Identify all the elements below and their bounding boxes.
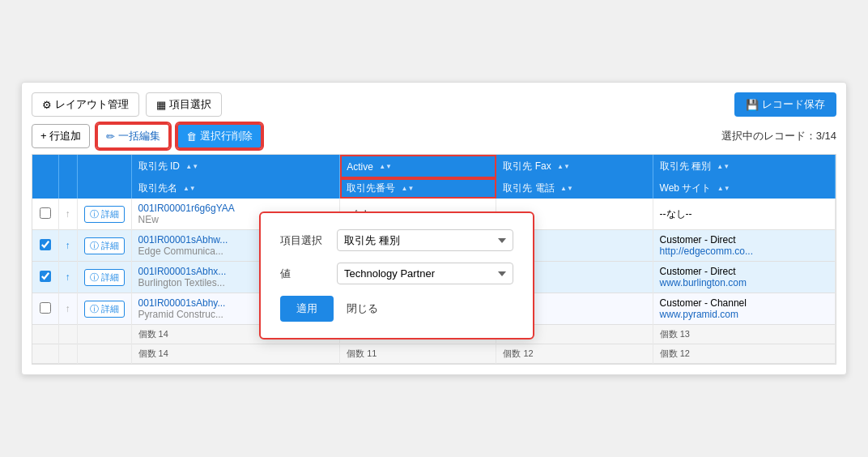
row4-name: Pyramid Construc...: [138, 309, 223, 320]
popup-item-label: 項目選択: [280, 233, 329, 248]
row4-website[interactable]: www.pyramid.com: [660, 309, 738, 320]
subheader-website[interactable]: Web サイト ▲▼: [653, 178, 835, 199]
apply-button[interactable]: 適用: [280, 296, 334, 322]
toolbar-row: ⚙ レイアウト管理 ▦ 項目選択 💾 レコード保存: [32, 92, 836, 117]
header-detail: [77, 155, 131, 178]
footer2-arrow: [58, 344, 77, 364]
table-wrapper: 取引先 ID ▲▼ Active ▲▼ 取引先 Fax ▲▼ 取引先 種別 ▲▼: [32, 154, 836, 365]
footer2-count-id: 個数 14: [131, 344, 340, 364]
close-button[interactable]: 閉じる: [347, 301, 378, 316]
row4-checkbox-cell[interactable]: [32, 293, 58, 325]
row1-checkbox-cell[interactable]: [32, 199, 58, 230]
row1-type-value: --なし--: [660, 208, 692, 220]
header-torihiki-id[interactable]: 取引先 ID ▲▼: [131, 155, 340, 178]
row3-type-cell: Customer - Direct www.burlington.com: [653, 262, 835, 293]
subheader-phone-label: 取引先 電話: [503, 182, 554, 194]
sort-arrows-active: ▲▼: [379, 164, 392, 170]
footer2-count-fax: 個数 12: [496, 344, 653, 364]
row2-checkbox-cell[interactable]: [32, 230, 58, 262]
footer1-detail: [77, 325, 131, 344]
bulk-edit-button[interactable]: ✏ 一括編集: [96, 123, 170, 149]
layout-manage-button[interactable]: ⚙ レイアウト管理: [32, 92, 139, 117]
footer1-checkbox: [32, 325, 58, 344]
main-container: ⚙ レイアウト管理 ▦ 項目選択 💾 レコード保存 + 行追加 ✏ 一括編集 🗑: [21, 82, 847, 375]
popup-item-select[interactable]: 取引先 種別 Active 取引先番号 取引先 Fax: [337, 229, 513, 251]
header-checkbox: [32, 155, 58, 178]
header-torihiki-id-label: 取引先 ID: [138, 160, 180, 172]
row3-arrow: ↑: [58, 262, 77, 293]
sort-arrows-name: ▲▼: [183, 186, 196, 192]
gear-icon: ⚙: [42, 99, 52, 111]
row2-arrow: ↑: [58, 230, 77, 262]
subheader-detail: [77, 178, 131, 199]
row3-website[interactable]: www.burlington.com: [660, 277, 747, 288]
row1-id[interactable]: 001IR00001r6g6gYAA: [138, 203, 235, 214]
subheader-website-label: Web サイト: [660, 182, 712, 194]
row2-website[interactable]: http://edgecomm.co...: [660, 246, 753, 257]
row4-type: Customer - Channel: [660, 297, 747, 309]
header-fax[interactable]: 取引先 Fax ▲▼: [496, 155, 653, 178]
row1-arrow: ↑: [58, 199, 77, 230]
delete-selected-label: 選択行削除: [200, 129, 253, 143]
row3-name: Burlington Textiles...: [138, 277, 225, 288]
popup-value-row: 値 Technology Partner Customer - Direct C…: [280, 263, 513, 284]
add-row-label: + 行追加: [40, 130, 81, 142]
header-arrow: [58, 155, 77, 178]
popup-value-label: 値: [280, 267, 329, 281]
header-row-2: 取引先名 ▲▼ 取引先番号 ▲▼ 取引先 電話 ▲▼ Web サイト ▲▼: [32, 178, 836, 199]
edit-icon: ✏: [106, 130, 115, 143]
save-record-label: レコード保存: [762, 97, 825, 112]
delete-selected-button[interactable]: 🗑 選択行削除: [177, 123, 262, 149]
row4-detail-button[interactable]: ⓘ 詳細: [84, 301, 125, 318]
row1-detail-button[interactable]: ⓘ 詳細: [84, 206, 125, 223]
footer2-count-active: 個数 11: [340, 344, 496, 364]
row3-id[interactable]: 001IR00001sAbhx...: [138, 266, 227, 277]
row1-checkbox[interactable]: [40, 207, 51, 219]
row3-checkbox[interactable]: [40, 271, 51, 282]
subheader-torihiki-name[interactable]: 取引先名 ▲▼: [131, 178, 340, 199]
record-count: 選択中のレコード：3/14: [721, 129, 836, 143]
popup-actions: 適用 閉じる: [280, 296, 513, 322]
row4-checkbox[interactable]: [40, 302, 51, 314]
footer2-checkbox: [32, 344, 58, 364]
add-row-button[interactable]: + 行追加: [32, 124, 90, 148]
subheader-phone[interactable]: 取引先 電話 ▲▼: [496, 178, 653, 199]
row4-id[interactable]: 001IR00001sAbhy...: [138, 297, 226, 309]
row2-name: Edge Communica...: [138, 246, 223, 257]
header-fax-label: 取引先 Fax: [503, 160, 551, 172]
subheader-arrow: [58, 178, 77, 199]
item-select-label: 項目選択: [169, 97, 211, 112]
item-select-button[interactable]: ▦ 項目選択: [146, 92, 222, 117]
popup-value-select[interactable]: Technology Partner Customer - Direct Cus…: [337, 263, 513, 284]
row3-type: Customer - Direct: [660, 266, 736, 277]
footer2-count-type: 個数 12: [653, 344, 835, 364]
row2-detail-cell[interactable]: ⓘ 詳細: [77, 230, 131, 262]
action-left: + 行追加 ✏ 一括編集 🗑 選択行削除: [32, 123, 262, 149]
row4-detail-cell[interactable]: ⓘ 詳細: [77, 293, 131, 325]
row3-detail-cell[interactable]: ⓘ 詳細: [77, 262, 131, 293]
subheader-phone-number[interactable]: 取引先番号 ▲▼: [340, 178, 496, 199]
save-record-button[interactable]: 💾 レコード保存: [734, 92, 836, 117]
footer1-count-type: 個数 13: [653, 325, 835, 344]
table-icon: ▦: [156, 99, 166, 111]
row2-type: Customer - Direct: [660, 234, 736, 246]
row3-checkbox-cell[interactable]: [32, 262, 58, 293]
row2-checkbox[interactable]: [40, 239, 51, 250]
row1-detail-cell[interactable]: ⓘ 詳細: [77, 199, 131, 230]
sort-arrows-type: ▲▼: [717, 164, 730, 170]
row2-id[interactable]: 001IR00001sAbhw...: [138, 234, 228, 246]
row2-type-cell: Customer - Direct http://edgecomm.co...: [653, 230, 835, 262]
footer1-arrow: [58, 325, 77, 344]
row1-name: NEw: [138, 214, 159, 225]
subheader-checkbox: [32, 178, 58, 199]
header-row-1: 取引先 ID ▲▼ Active ▲▼ 取引先 Fax ▲▼ 取引先 種別 ▲▼: [32, 155, 836, 178]
popup-item-row: 項目選択 取引先 種別 Active 取引先番号 取引先 Fax: [280, 229, 513, 251]
header-active[interactable]: Active ▲▼: [340, 155, 496, 178]
row3-detail-button[interactable]: ⓘ 詳細: [84, 269, 125, 286]
bulk-edit-label: 一括編集: [118, 129, 160, 143]
subheader-name-label: 取引先名: [138, 182, 177, 194]
row2-detail-button[interactable]: ⓘ 詳細: [84, 237, 125, 254]
header-type[interactable]: 取引先 種別 ▲▼: [653, 155, 835, 178]
footer2-detail: [77, 344, 131, 364]
sort-arrows-phone: ▲▼: [402, 186, 415, 192]
